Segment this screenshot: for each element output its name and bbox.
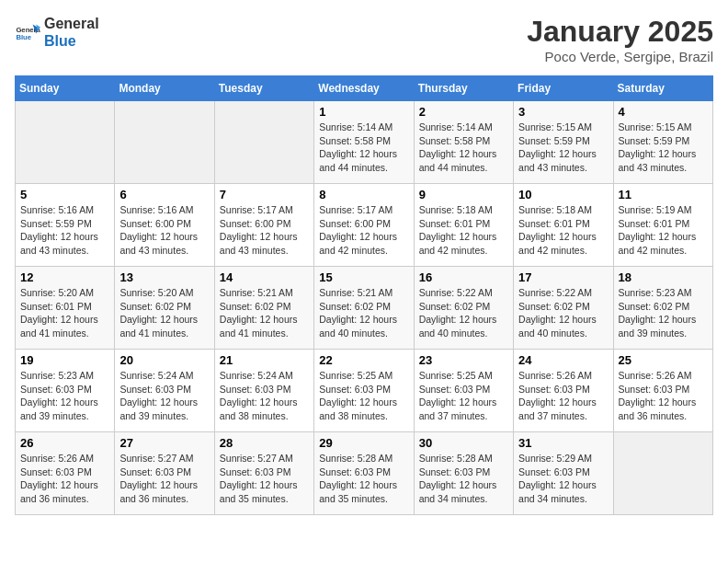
- day-number: 24: [518, 353, 608, 367]
- day-number: 17: [518, 270, 608, 284]
- day-info: Sunrise: 5:17 AM Sunset: 6:00 PM Dayligh…: [319, 203, 408, 258]
- day-info: Sunrise: 5:20 AM Sunset: 6:02 PM Dayligh…: [119, 286, 209, 340]
- day-info: Sunrise: 5:18 AM Sunset: 6:01 PM Dayligh…: [518, 203, 608, 258]
- day-info: Sunrise: 5:20 AM Sunset: 6:01 PM Dayligh…: [20, 286, 109, 340]
- day-number: 16: [419, 270, 508, 284]
- logo-icon: General Blue: [15, 19, 40, 45]
- day-number: 31: [518, 436, 608, 450]
- day-number: 13: [119, 270, 209, 284]
- week-row-4: 19Sunrise: 5:23 AM Sunset: 6:03 PM Dayli…: [16, 350, 713, 432]
- day-cell: 23Sunrise: 5:25 AM Sunset: 6:03 PM Dayli…: [414, 350, 513, 432]
- day-info: Sunrise: 5:26 AM Sunset: 6:03 PM Dayligh…: [20, 452, 109, 506]
- day-number: 26: [20, 436, 109, 450]
- logo-line2: Blue: [44, 32, 99, 50]
- day-info: Sunrise: 5:29 AM Sunset: 6:03 PM Dayligh…: [518, 452, 608, 506]
- day-cell: 3Sunrise: 5:15 AM Sunset: 5:59 PM Daylig…: [514, 101, 613, 184]
- day-cell: 11Sunrise: 5:19 AM Sunset: 6:01 PM Dayli…: [613, 184, 712, 267]
- day-info: Sunrise: 5:25 AM Sunset: 6:03 PM Dayligh…: [319, 369, 408, 423]
- day-number: 29: [319, 436, 408, 450]
- day-info: Sunrise: 5:25 AM Sunset: 6:03 PM Dayligh…: [419, 369, 508, 423]
- header-sunday: Sunday: [16, 76, 115, 101]
- day-cell: 31Sunrise: 5:29 AM Sunset: 6:03 PM Dayli…: [514, 432, 613, 515]
- day-number: 15: [319, 270, 408, 284]
- calendar-subtitle: Poco Verde, Sergipe, Brazil: [527, 49, 713, 64]
- day-cell: 27Sunrise: 5:27 AM Sunset: 6:03 PM Dayli…: [115, 432, 214, 515]
- day-number: 9: [419, 188, 508, 201]
- header-thursday: Thursday: [414, 76, 513, 101]
- day-cell: 14Sunrise: 5:21 AM Sunset: 6:02 PM Dayli…: [214, 267, 313, 350]
- day-number: 4: [619, 105, 708, 119]
- day-cell: 22Sunrise: 5:25 AM Sunset: 6:03 PM Dayli…: [314, 350, 414, 432]
- day-number: 5: [20, 188, 109, 201]
- day-info: Sunrise: 5:27 AM Sunset: 6:03 PM Dayligh…: [119, 452, 209, 506]
- week-row-5: 26Sunrise: 5:26 AM Sunset: 6:03 PM Dayli…: [16, 432, 713, 515]
- page-header: General Blue General Blue January 2025 P…: [15, 15, 713, 64]
- day-info: Sunrise: 5:16 AM Sunset: 6:00 PM Dayligh…: [119, 203, 209, 258]
- day-number: 12: [20, 270, 109, 284]
- day-info: Sunrise: 5:24 AM Sunset: 6:03 PM Dayligh…: [119, 369, 209, 423]
- day-cell: 4Sunrise: 5:15 AM Sunset: 5:59 PM Daylig…: [613, 101, 712, 184]
- calendar-title: January 2025: [527, 15, 713, 49]
- day-cell: 12Sunrise: 5:20 AM Sunset: 6:01 PM Dayli…: [16, 267, 115, 350]
- day-number: 19: [20, 353, 109, 367]
- day-number: 18: [619, 270, 708, 284]
- svg-text:Blue: Blue: [16, 34, 31, 42]
- day-info: Sunrise: 5:16 AM Sunset: 5:59 PM Dayligh…: [20, 203, 109, 258]
- day-info: Sunrise: 5:22 AM Sunset: 6:02 PM Dayligh…: [419, 286, 508, 340]
- day-info: Sunrise: 5:14 AM Sunset: 5:58 PM Dayligh…: [419, 121, 508, 175]
- week-row-1: 1Sunrise: 5:14 AM Sunset: 5:58 PM Daylig…: [16, 101, 713, 184]
- day-cell: 6Sunrise: 5:16 AM Sunset: 6:00 PM Daylig…: [115, 184, 214, 267]
- day-number: 25: [619, 353, 708, 367]
- day-number: 23: [419, 353, 508, 367]
- day-info: Sunrise: 5:21 AM Sunset: 6:02 PM Dayligh…: [220, 286, 309, 340]
- day-cell: 5Sunrise: 5:16 AM Sunset: 5:59 PM Daylig…: [16, 184, 115, 267]
- day-info: Sunrise: 5:17 AM Sunset: 6:00 PM Dayligh…: [220, 203, 309, 258]
- day-info: Sunrise: 5:26 AM Sunset: 6:03 PM Dayligh…: [518, 369, 608, 423]
- day-cell: 10Sunrise: 5:18 AM Sunset: 6:01 PM Dayli…: [514, 184, 613, 267]
- day-number: 7: [220, 188, 309, 201]
- day-cell: 26Sunrise: 5:26 AM Sunset: 6:03 PM Dayli…: [16, 432, 115, 515]
- day-cell: 19Sunrise: 5:23 AM Sunset: 6:03 PM Dayli…: [16, 350, 115, 432]
- day-number: 20: [119, 353, 209, 367]
- day-cell: [613, 432, 712, 515]
- day-cell: 25Sunrise: 5:26 AM Sunset: 6:03 PM Dayli…: [613, 350, 712, 432]
- day-cell: 2Sunrise: 5:14 AM Sunset: 5:58 PM Daylig…: [414, 101, 513, 184]
- day-info: Sunrise: 5:23 AM Sunset: 6:03 PM Dayligh…: [20, 369, 109, 423]
- day-cell: 28Sunrise: 5:27 AM Sunset: 6:03 PM Dayli…: [214, 432, 313, 515]
- header-tuesday: Tuesday: [214, 76, 313, 101]
- day-cell: 15Sunrise: 5:21 AM Sunset: 6:02 PM Dayli…: [314, 267, 414, 350]
- day-number: 1: [319, 105, 408, 119]
- day-info: Sunrise: 5:22 AM Sunset: 6:02 PM Dayligh…: [518, 286, 608, 340]
- header-row: SundayMondayTuesdayWednesdayThursdayFrid…: [16, 76, 713, 101]
- title-block: January 2025 Poco Verde, Sergipe, Brazil: [527, 15, 713, 64]
- header-wednesday: Wednesday: [314, 76, 414, 101]
- day-info: Sunrise: 5:23 AM Sunset: 6:02 PM Dayligh…: [619, 286, 708, 340]
- day-info: Sunrise: 5:21 AM Sunset: 6:02 PM Dayligh…: [319, 286, 408, 340]
- day-cell: 16Sunrise: 5:22 AM Sunset: 6:02 PM Dayli…: [414, 267, 513, 350]
- logo-line1: General: [44, 15, 99, 32]
- day-info: Sunrise: 5:19 AM Sunset: 6:01 PM Dayligh…: [619, 203, 708, 258]
- header-friday: Friday: [514, 76, 613, 101]
- day-info: Sunrise: 5:27 AM Sunset: 6:03 PM Dayligh…: [220, 452, 309, 506]
- day-info: Sunrise: 5:15 AM Sunset: 5:59 PM Dayligh…: [619, 121, 708, 175]
- day-info: Sunrise: 5:18 AM Sunset: 6:01 PM Dayligh…: [419, 203, 508, 258]
- day-cell: 8Sunrise: 5:17 AM Sunset: 6:00 PM Daylig…: [314, 184, 414, 267]
- day-number: 6: [119, 188, 209, 201]
- day-number: 3: [518, 105, 608, 119]
- day-number: 2: [419, 105, 508, 119]
- day-cell: [214, 101, 313, 184]
- day-info: Sunrise: 5:28 AM Sunset: 6:03 PM Dayligh…: [419, 452, 508, 506]
- day-info: Sunrise: 5:15 AM Sunset: 5:59 PM Dayligh…: [518, 121, 608, 175]
- day-number: 11: [619, 188, 708, 201]
- day-info: Sunrise: 5:24 AM Sunset: 6:03 PM Dayligh…: [220, 369, 309, 423]
- day-number: 30: [419, 436, 508, 450]
- day-cell: 9Sunrise: 5:18 AM Sunset: 6:01 PM Daylig…: [414, 184, 513, 267]
- day-cell: 29Sunrise: 5:28 AM Sunset: 6:03 PM Dayli…: [314, 432, 414, 515]
- day-number: 21: [220, 353, 309, 367]
- day-cell: [16, 101, 115, 184]
- day-number: 10: [518, 188, 608, 201]
- day-cell: 21Sunrise: 5:24 AM Sunset: 6:03 PM Dayli…: [214, 350, 313, 432]
- day-info: Sunrise: 5:14 AM Sunset: 5:58 PM Dayligh…: [319, 121, 408, 175]
- day-number: 28: [220, 436, 309, 450]
- day-number: 22: [319, 353, 408, 367]
